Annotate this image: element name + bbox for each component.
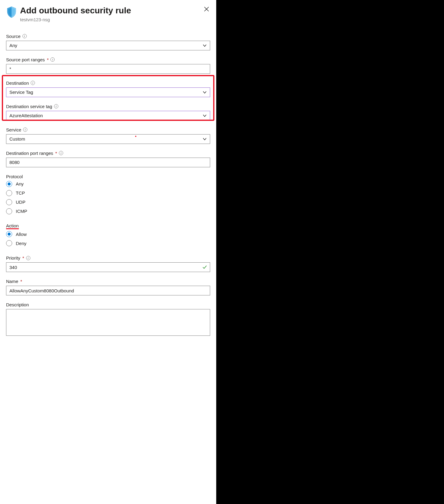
field-destination: Destination Service Tag <box>6 80 210 97</box>
checkmark-icon <box>202 265 207 270</box>
chevron-down-icon <box>203 43 207 48</box>
name-label: Name <box>6 279 18 284</box>
info-icon[interactable] <box>59 151 63 155</box>
dest-port-label: Destination port ranges <box>6 151 53 156</box>
source-select[interactable]: Any <box>6 41 210 50</box>
destination-select[interactable]: Service Tag <box>6 87 210 97</box>
field-description: Description <box>6 302 210 337</box>
field-dest-port-ranges: Destination port ranges * <box>6 151 210 167</box>
field-source-port-ranges: Source port ranges * <box>6 57 210 74</box>
shield-icon <box>6 6 17 18</box>
add-outbound-rule-panel: Add outbound security rule testvm123-nsg… <box>0 0 216 504</box>
field-service: Service Custom <box>6 127 210 144</box>
info-icon[interactable] <box>23 128 27 132</box>
radio-icon <box>6 231 12 237</box>
radio-icon <box>6 199 12 205</box>
source-port-label: Source port ranges <box>6 57 45 62</box>
radio-label: UDP <box>16 199 26 205</box>
priority-input[interactable] <box>6 262 210 272</box>
chevron-down-icon <box>203 114 207 118</box>
radio-label: Deny <box>16 241 26 246</box>
field-protocol: Protocol Any TCP UDP ICMP <box>6 174 210 214</box>
info-icon[interactable] <box>31 81 35 85</box>
info-icon[interactable] <box>22 34 27 38</box>
priority-label: Priority <box>6 255 20 261</box>
radio-label: TCP <box>16 190 25 196</box>
protocol-radio-udp[interactable]: UDP <box>6 199 210 205</box>
radio-label: Allow <box>16 232 27 237</box>
radio-icon <box>6 240 12 246</box>
service-value: Custom <box>9 136 25 141</box>
radio-label: Any <box>16 181 24 186</box>
panel-header: Add outbound security rule testvm123-nsg <box>6 5 210 22</box>
dest-service-tag-select[interactable]: AzureAttestation <box>6 111 210 121</box>
radio-label: ICMP <box>16 209 27 214</box>
field-priority: Priority * <box>6 255 210 272</box>
action-label: Action <box>6 223 19 230</box>
destination-label: Destination <box>6 80 29 86</box>
protocol-radio-group: Any TCP UDP ICMP <box>6 181 210 214</box>
dest-port-input[interactable] <box>6 158 210 167</box>
panel-title: Add outbound security rule <box>20 5 203 16</box>
dest-service-tag-value: AzureAttestation <box>9 113 43 118</box>
source-label: Source <box>6 34 21 39</box>
description-label: Description <box>6 302 29 307</box>
close-button[interactable] <box>203 5 210 13</box>
service-label: Service <box>6 127 21 132</box>
required-marker: * <box>55 151 57 156</box>
name-input[interactable] <box>6 286 210 295</box>
chevron-down-icon <box>203 90 207 94</box>
field-dest-service-tag: Destination service tag AzureAttestation <box>6 104 210 121</box>
radio-icon <box>6 208 12 214</box>
source-value: Any <box>9 43 17 48</box>
required-marker: * <box>20 279 22 284</box>
protocol-radio-tcp[interactable]: TCP <box>6 190 210 196</box>
radio-icon <box>6 190 12 196</box>
destination-value: Service Tag <box>9 90 33 95</box>
info-icon[interactable] <box>54 104 58 108</box>
required-marker: * <box>47 57 49 62</box>
field-name: Name * <box>6 279 210 295</box>
radio-icon <box>6 181 12 187</box>
description-textarea[interactable] <box>6 309 210 336</box>
info-icon[interactable] <box>26 256 30 260</box>
annotation-dot <box>135 136 136 137</box>
protocol-radio-icmp[interactable]: ICMP <box>6 208 210 214</box>
action-radio-allow[interactable]: Allow <box>6 231 210 237</box>
action-radio-group: Allow Deny <box>6 231 210 246</box>
protocol-label: Protocol <box>6 174 23 179</box>
action-radio-deny[interactable]: Deny <box>6 240 210 246</box>
info-icon[interactable] <box>50 57 55 62</box>
service-select[interactable]: Custom <box>6 134 210 144</box>
field-action: Action Allow Deny <box>6 223 210 247</box>
required-marker: * <box>22 255 24 261</box>
chevron-down-icon <box>203 137 207 141</box>
field-source: Source Any <box>6 34 210 50</box>
source-port-input[interactable] <box>6 64 210 74</box>
protocol-radio-any[interactable]: Any <box>6 181 210 187</box>
panel-subtitle: testvm123-nsg <box>20 17 203 22</box>
dest-service-tag-label: Destination service tag <box>6 104 52 109</box>
